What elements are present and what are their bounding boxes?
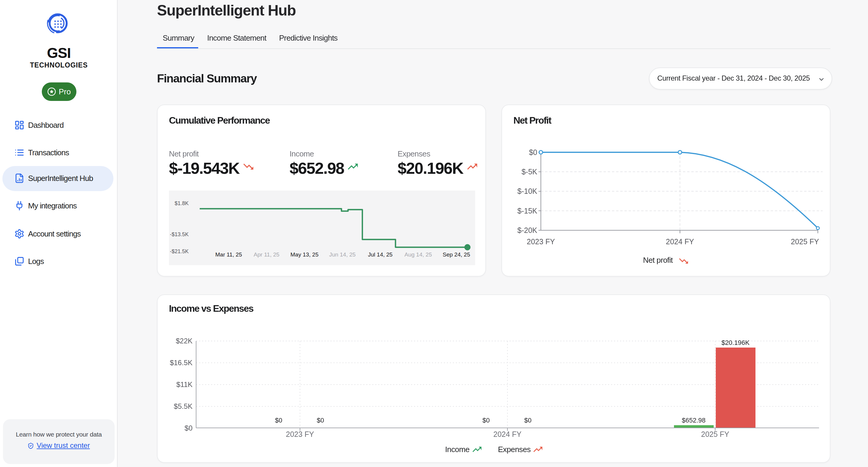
- svg-text:$20.196K: $20.196K: [721, 339, 750, 346]
- svg-text:$0: $0: [317, 416, 324, 424]
- svg-text:$0: $0: [529, 148, 537, 156]
- svg-text:Jul 14, 25: Jul 14, 25: [368, 251, 392, 257]
- svg-text:$652.98: $652.98: [682, 416, 706, 424]
- svg-text:2023 FY: 2023 FY: [527, 237, 555, 246]
- svg-text:$22K: $22K: [176, 338, 192, 345]
- svg-text:Net profit: Net profit: [643, 256, 673, 265]
- svg-text:2025 FY: 2025 FY: [791, 237, 819, 246]
- svg-text:$0: $0: [275, 416, 282, 424]
- svg-text:Jun 14, 25: Jun 14, 25: [329, 251, 355, 257]
- svg-text:$-10K: $-10K: [517, 187, 537, 195]
- svg-text:Apr 11, 25: Apr 11, 25: [253, 251, 279, 257]
- svg-text:2024 FY: 2024 FY: [493, 430, 522, 438]
- svg-text:-$13.5K: -$13.5K: [169, 231, 188, 237]
- svg-text:$1.8K: $1.8K: [174, 200, 188, 206]
- svg-text:2023 FY: 2023 FY: [286, 430, 314, 438]
- svg-text:$-5K: $-5K: [522, 168, 537, 176]
- svg-text:$5.5K: $5.5K: [174, 402, 192, 410]
- svg-text:$0: $0: [524, 416, 531, 424]
- svg-text:$0: $0: [483, 416, 490, 424]
- svg-text:Expenses: Expenses: [498, 445, 531, 454]
- svg-text:$-15K: $-15K: [517, 207, 537, 215]
- svg-text:2025 FY: 2025 FY: [701, 430, 730, 438]
- svg-text:2024 FY: 2024 FY: [666, 237, 694, 246]
- svg-text:Mar 11, 25: Mar 11, 25: [215, 251, 242, 257]
- svg-text:$16.5K: $16.5K: [170, 359, 192, 367]
- svg-text:-$21.5K: -$21.5K: [169, 248, 188, 254]
- svg-text:$-20K: $-20K: [517, 226, 537, 234]
- svg-text:$0: $0: [184, 424, 192, 432]
- svg-text:Sep 24, 25: Sep 24, 25: [442, 251, 470, 257]
- svg-text:$11K: $11K: [177, 380, 192, 388]
- svg-text:Aug 14, 25: Aug 14, 25: [404, 251, 432, 257]
- svg-text:May 13, 25: May 13, 25: [290, 251, 318, 257]
- svg-text:Income: Income: [445, 445, 469, 454]
